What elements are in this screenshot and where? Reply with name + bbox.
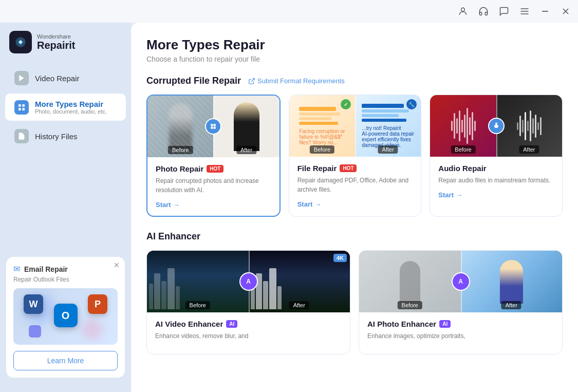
photo-repair-card[interactable]: Before After (146, 95, 281, 217)
ai-video-enhancer-card[interactable]: Before (146, 250, 350, 354)
ai-video-enhancer-name: AI Video Enhancer AI (155, 320, 342, 328)
email-icon: ✉ (13, 264, 20, 274)
corrupted-file-repair-title: Corrupted File Repair (146, 76, 241, 86)
svg-point-0 (461, 8, 465, 11)
file-repair-card[interactable]: Facing corruption orfailure in %#!@&$*fi… (289, 95, 422, 217)
logo-brand: Wondershare (37, 33, 75, 40)
svg-rect-10 (18, 104, 21, 107)
audio-repair-card[interactable]: Before (430, 95, 563, 217)
page-subtitle: Choose a function to repair your file (146, 55, 563, 63)
file-repair-name: File Repair HOT (297, 164, 413, 173)
sidebar-item-video-repair[interactable]: Video Repair (5, 65, 126, 91)
svg-line-14 (251, 78, 254, 81)
corrupted-file-repair-cards: Before After (146, 95, 563, 217)
email-card-title: Email Repair (24, 265, 68, 273)
app-logo-icon (9, 31, 32, 53)
photo-repair-image: Before After (147, 96, 279, 157)
headset-icon[interactable] (477, 5, 490, 17)
svg-rect-13 (22, 108, 25, 110)
svg-rect-11 (22, 104, 25, 107)
user-icon[interactable] (457, 5, 469, 17)
ai-photo-enhancer-name: AI Photo Enhancer AI (367, 320, 554, 328)
history-files-label: History Files (35, 132, 78, 141)
ai-photo-enhancer-image: Before After (359, 251, 562, 312)
ai-photo-enhancer-desc: Enhance images, optimize portraits, (367, 331, 554, 341)
file-repair-image: Facing corruption orfailure in %#!@&$*fi… (289, 95, 421, 157)
menu-icon[interactable] (518, 5, 531, 17)
logo-product: Repairit (37, 40, 75, 51)
ai-video-badge: AI (226, 320, 237, 328)
ai-photo-enhancer-card[interactable]: Before After (359, 250, 563, 354)
ai-photo-center-icon: A (452, 272, 470, 291)
corrupted-file-repair-section-header: Corrupted File Repair Submit Format Requ… (146, 76, 563, 86)
more-types-repair-label: More Types Repair (35, 100, 107, 108)
logo-area: Wondershare Repairit (0, 31, 131, 64)
ai-video-center-icon: A (239, 272, 258, 291)
audio-repair-name: Audio Repair (438, 164, 554, 173)
ai-video-enhancer-image: Before (147, 251, 350, 312)
chat-icon[interactable] (498, 5, 510, 17)
file-repair-start-link[interactable]: Start → (297, 200, 413, 208)
svg-marker-9 (19, 75, 24, 81)
main-content: More Types Repair Choose a function to r… (131, 23, 578, 392)
more-types-icon (14, 100, 29, 115)
photo-repair-name: Photo Repair HOT (156, 164, 271, 173)
audio-repair-desc: Repair audio files in mainstream formats… (438, 176, 554, 185)
history-files-icon (14, 129, 29, 143)
audio-repair-center-icon (488, 118, 505, 134)
app-body: Wondershare Repairit Video Repair More T… (0, 23, 578, 392)
email-illustration: W O P (13, 288, 118, 345)
sidebar: Wondershare Repairit Video Repair More T… (0, 23, 131, 392)
file-repair-hot-badge: HOT (340, 164, 357, 172)
photo-repair-hot-badge: HOT (207, 165, 223, 173)
ai-enhancer-cards: Before (146, 250, 563, 354)
close-icon[interactable] (560, 5, 572, 17)
ai-enhancer-section-header: AI Enhancer (146, 231, 563, 242)
audio-repair-start-link[interactable]: Start → (438, 191, 554, 199)
email-card-close-icon[interactable]: ✕ (114, 261, 120, 269)
four-k-badge: 4K (333, 254, 347, 262)
svg-point-8 (20, 41, 22, 44)
more-types-repair-sublabel: Photo, document, audio, etc. (35, 108, 107, 115)
photo-after-label: After (236, 146, 256, 154)
file-repair-desc: Repair damaged PDF, Office, Adobe and ar… (297, 176, 413, 194)
sidebar-item-history-files[interactable]: History Files (5, 123, 126, 150)
video-repair-icon (14, 71, 29, 85)
photo-repair-start-link[interactable]: Start → (156, 201, 271, 209)
title-bar (0, 0, 578, 23)
video-repair-label: Video Repair (35, 74, 79, 83)
email-repair-card: ✕ ✉ Email Repair Repair Outlook Files W … (6, 257, 125, 378)
ai-video-enhancer-desc: Enhance videos, remove blur, and (155, 331, 342, 341)
ai-enhancer-title: AI Enhancer (146, 231, 200, 242)
photo-before-label: Before (168, 146, 193, 154)
minimize-icon[interactable] (539, 5, 551, 17)
sidebar-item-more-types-repair[interactable]: More Types Repair Photo, document, audio… (5, 94, 126, 121)
learn-more-button[interactable]: Learn More (13, 351, 118, 370)
email-card-subtitle: Repair Outlook Files (13, 276, 118, 283)
submit-format-requirements-link[interactable]: Submit Format Requirements (248, 77, 345, 85)
ai-photo-badge: AI (439, 320, 451, 328)
photo-repair-desc: Repair corrupted photos and increase res… (156, 176, 271, 195)
page-title: More Types Repair (146, 37, 563, 53)
photo-repair-center-icon (205, 118, 221, 135)
audio-repair-image: Before (430, 95, 562, 157)
svg-rect-12 (18, 108, 21, 110)
